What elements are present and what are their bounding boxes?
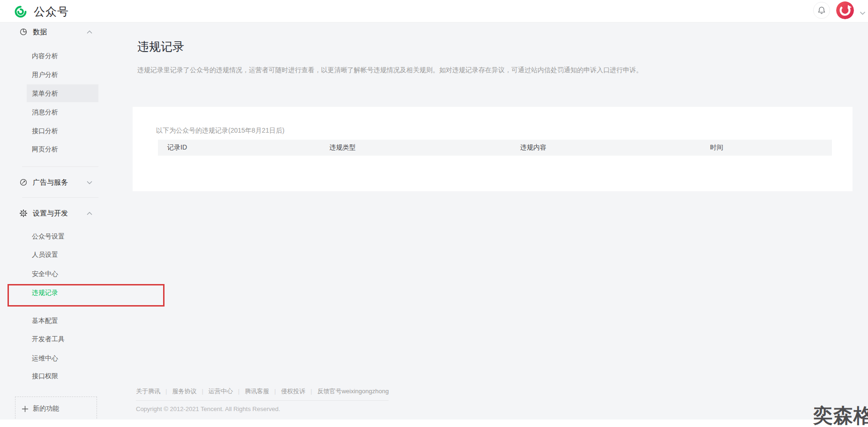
watermark-text: 奕森格	[813, 403, 868, 427]
app-window: 公众号	[0, 0, 868, 427]
bell-icon	[817, 6, 826, 15]
sidebar-item-ops-center[interactable]: 运维中心	[0, 349, 117, 367]
plus-icon	[22, 405, 29, 412]
copyright-text: Copyright © 2012-2021 Tencent. All Right…	[136, 405, 280, 414]
footer-separator: |	[238, 388, 239, 395]
footer-separator: |	[274, 388, 276, 395]
sidebar-item-api-analysis[interactable]: 接口分析	[0, 122, 117, 140]
bottom-strip	[0, 420, 868, 427]
sidebar-item-developer-tools[interactable]: 开发者工具	[0, 330, 117, 348]
sidebar-divider	[22, 197, 98, 198]
sidebar-group-label: 广告与服务	[33, 173, 68, 191]
sidebar: 数据 内容分析 用户分析 菜单分析 消息分析 接口分析 网页分析 广告与服务	[0, 22, 117, 427]
footer-separator: |	[311, 388, 312, 395]
sidebar-group-label: 数据	[33, 23, 47, 41]
sidebar-group-label: 设置与开发	[33, 204, 68, 222]
sidebar-item-basic-config[interactable]: 基本配置	[0, 312, 117, 330]
sidebar-group-settings-dev[interactable]: 设置与开发	[0, 204, 117, 222]
sidebar-item-api-permissions[interactable]: 接口权限	[0, 367, 117, 385]
footer-link-service-agreement[interactable]: 服务协议	[172, 388, 196, 395]
table-header-row: 记录ID 违规类型 违规内容 时间	[158, 140, 832, 156]
footer-link-about-tencent[interactable]: 关于腾讯	[136, 388, 160, 395]
footer-link-feedback-account[interactable]: 反馈官号weixingongzhong	[317, 388, 389, 395]
footer-link-operation-center[interactable]: 运营中心	[209, 388, 233, 395]
notification-bell-button[interactable]	[813, 2, 830, 19]
footer-separator: |	[202, 388, 203, 395]
column-header-violation-type: 违规类型	[320, 143, 511, 152]
page-description: 违规记录里记录了公众号的违规情况，运营者可随时进行查看，以更清晰了解帐号违规情况…	[137, 65, 793, 75]
sidebar-divider	[22, 166, 98, 167]
account-chevron-down-icon[interactable]	[860, 8, 866, 17]
chevron-up-icon	[87, 204, 92, 222]
sidebar-item-menu-analysis[interactable]: 菜单分析	[27, 84, 98, 102]
sidebar-item-staff-settings[interactable]: 人员设置	[0, 246, 117, 263]
footer-link-tencent-support[interactable]: 腾讯客服	[245, 388, 269, 395]
sidebar-item-violation-records[interactable]: 违规记录	[0, 284, 117, 301]
violation-records-card: 以下为公众号的违规记录(2015年8月21日后) 记录ID 违规类型 违规内容 …	[133, 107, 853, 191]
chevron-up-icon	[87, 23, 92, 41]
footer-links: 关于腾讯|服务协议|运营中心|腾讯客服|侵权投诉|反馈官号weixingongz…	[136, 387, 389, 401]
footer-link-infringement-complaint[interactable]: 侵权投诉	[281, 388, 306, 395]
sidebar-group-data[interactable]: 数据	[0, 23, 117, 41]
new-feature-button[interactable]: 新的功能	[15, 397, 97, 421]
mp-logo[interactable]: 公众号	[14, 4, 69, 19]
column-header-time: 时间	[701, 143, 832, 152]
table-empty-body	[158, 156, 832, 184]
footer-separator: |	[165, 388, 167, 395]
top-bar: 公众号	[0, 0, 868, 22]
account-avatar[interactable]	[836, 1, 854, 19]
compass-icon	[20, 179, 27, 186]
column-header-violation-content: 违规内容	[511, 143, 701, 152]
records-note: 以下为公众号的违规记录(2015年8月21日后)	[156, 126, 284, 135]
sidebar-item-security-center[interactable]: 安全中心	[0, 265, 117, 283]
sidebar-item-user-analysis[interactable]: 用户分析	[0, 66, 117, 83]
sidebar-item-content-analysis[interactable]: 内容分析	[0, 47, 117, 65]
sidebar-group-ads-services[interactable]: 广告与服务	[0, 173, 117, 191]
sidebar-item-web-analysis[interactable]: 网页分析	[0, 140, 117, 158]
mp-logo-text: 公众号	[34, 4, 69, 19]
sidebar-item-message-analysis[interactable]: 消息分析	[0, 103, 117, 121]
mp-logo-icon	[14, 5, 27, 18]
gear-icon	[20, 210, 27, 217]
new-feature-label: 新的功能	[33, 405, 59, 413]
page-title: 违规记录	[137, 39, 184, 54]
column-header-record-id: 记录ID	[158, 143, 320, 152]
chevron-down-icon	[87, 173, 92, 191]
sidebar-item-account-settings[interactable]: 公众号设置	[0, 227, 117, 245]
pie-chart-icon	[20, 28, 27, 36]
